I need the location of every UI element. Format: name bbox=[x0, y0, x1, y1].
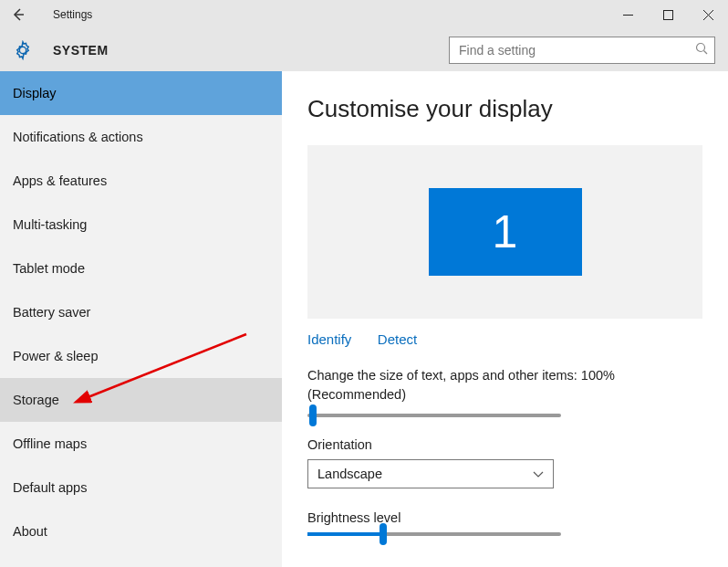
close-icon bbox=[703, 10, 713, 20]
slider-thumb[interactable] bbox=[309, 404, 317, 426]
search-input[interactable] bbox=[449, 37, 715, 64]
sidebar-item-storage[interactable]: Storage bbox=[0, 378, 282, 422]
category-title: SYSTEM bbox=[53, 43, 109, 58]
sidebar-item-offline-maps[interactable]: Offline maps bbox=[0, 422, 282, 466]
detect-link[interactable]: Detect bbox=[378, 331, 417, 347]
maximize-icon bbox=[663, 10, 673, 20]
sidebar-item-label: About bbox=[13, 524, 47, 539]
back-button[interactable] bbox=[0, 0, 36, 29]
svg-line-6 bbox=[704, 51, 708, 55]
sidebar-item-notifications[interactable]: Notifications & actions bbox=[0, 115, 282, 159]
sidebar: Display Notifications & actions Apps & f… bbox=[0, 71, 282, 567]
sidebar-item-label: Default apps bbox=[13, 480, 87, 495]
identify-link[interactable]: Identify bbox=[307, 331, 351, 347]
scaling-slider[interactable] bbox=[307, 414, 702, 417]
sidebar-item-label: Storage bbox=[13, 393, 59, 407]
minimize-icon bbox=[623, 10, 633, 20]
chevron-down-icon bbox=[533, 468, 544, 479]
header-row: SYSTEM bbox=[0, 29, 728, 71]
sidebar-item-display[interactable]: Display bbox=[0, 71, 282, 115]
body: Display Notifications & actions Apps & f… bbox=[0, 71, 728, 567]
orientation-value: Landscape bbox=[317, 467, 382, 481]
window-controls bbox=[608, 0, 728, 29]
maximize-button[interactable] bbox=[648, 0, 688, 29]
sidebar-item-tablet-mode[interactable]: Tablet mode bbox=[0, 247, 282, 290]
sidebar-item-default-apps[interactable]: Default apps bbox=[0, 466, 282, 509]
brightness-label: Brightness level bbox=[307, 510, 702, 525]
sidebar-item-label: Offline maps bbox=[13, 436, 87, 451]
titlebar: Settings bbox=[0, 0, 728, 29]
scaling-label-line1: Change the size of text, apps and other … bbox=[307, 368, 615, 383]
monitor-number: 1 bbox=[493, 205, 518, 258]
sidebar-item-label: Multi-tasking bbox=[13, 217, 87, 232]
display-links: Identify Detect bbox=[307, 331, 702, 348]
sidebar-item-label: Display bbox=[13, 86, 57, 100]
back-arrow-icon bbox=[11, 7, 26, 22]
monitor-tile[interactable]: 1 bbox=[429, 188, 582, 276]
sidebar-item-label: Apps & features bbox=[13, 173, 107, 188]
orientation-select[interactable]: Landscape bbox=[307, 459, 554, 488]
sidebar-item-battery-saver[interactable]: Battery saver bbox=[0, 290, 282, 334]
scaling-label: Change the size of text, apps and other … bbox=[307, 366, 702, 404]
gear-icon bbox=[13, 40, 33, 60]
brightness-slider[interactable] bbox=[307, 532, 702, 536]
svg-point-5 bbox=[697, 44, 705, 52]
sidebar-item-power-sleep[interactable]: Power & sleep bbox=[0, 334, 282, 378]
content: Customise your display 1 Identify Detect… bbox=[282, 71, 728, 567]
search-wrap bbox=[449, 37, 715, 64]
minimize-button[interactable] bbox=[608, 0, 648, 29]
slider-track bbox=[307, 532, 561, 536]
sidebar-item-apps-features[interactable]: Apps & features bbox=[0, 159, 282, 203]
svg-rect-2 bbox=[663, 10, 672, 19]
close-button[interactable] bbox=[688, 0, 728, 29]
slider-thumb[interactable] bbox=[380, 523, 387, 545]
page-title: Customise your display bbox=[307, 95, 702, 123]
window-title: Settings bbox=[53, 8, 92, 21]
sidebar-item-label: Battery saver bbox=[13, 305, 90, 320]
slider-fill bbox=[307, 532, 383, 536]
sidebar-item-multi-tasking[interactable]: Multi-tasking bbox=[0, 203, 282, 247]
slider-track bbox=[307, 414, 561, 417]
sidebar-item-label: Notifications & actions bbox=[13, 130, 143, 144]
sidebar-item-about[interactable]: About bbox=[0, 509, 282, 553]
orientation-label: Orientation bbox=[307, 437, 702, 452]
scaling-label-line2: (Recommended) bbox=[307, 387, 406, 402]
sidebar-item-label: Power & sleep bbox=[13, 349, 99, 363]
display-preview[interactable]: 1 bbox=[307, 145, 702, 319]
sidebar-item-label: Tablet mode bbox=[13, 261, 85, 276]
search-icon bbox=[695, 42, 708, 58]
